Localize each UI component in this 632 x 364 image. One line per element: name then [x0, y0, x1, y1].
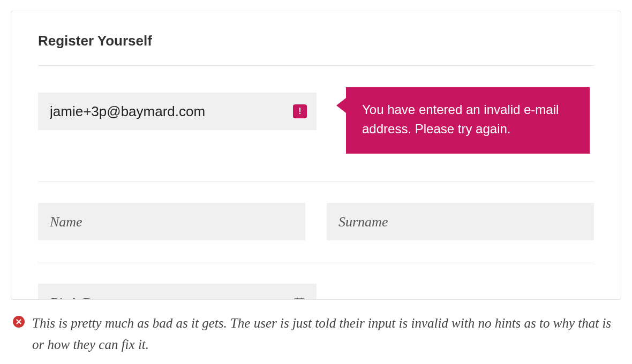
error-x-icon [13, 316, 25, 328]
form-title: Register Yourself [38, 33, 594, 49]
birth-date-input[interactable] [38, 284, 317, 300]
svg-rect-0 [295, 299, 304, 300]
registration-form-card: Register Yourself You have entered an in… [11, 11, 621, 300]
error-tooltip: You have entered an invalid e-mail addre… [346, 87, 590, 154]
name-row [38, 181, 594, 262]
error-exclamation-icon [293, 104, 307, 118]
calendar-icon[interactable] [293, 296, 306, 300]
name-input[interactable] [38, 203, 305, 240]
caption-row: This is pretty much as bad as it gets. T… [11, 313, 621, 355]
email-input[interactable] [38, 93, 317, 130]
email-row: You have entered an invalid e-mail addre… [38, 66, 594, 181]
surname-input[interactable] [327, 203, 594, 240]
birth-date-row [38, 262, 594, 300]
caption-text: This is pretty much as bad as it gets. T… [32, 313, 619, 355]
birth-date-wrapper [38, 284, 317, 300]
email-wrapper [38, 93, 317, 130]
